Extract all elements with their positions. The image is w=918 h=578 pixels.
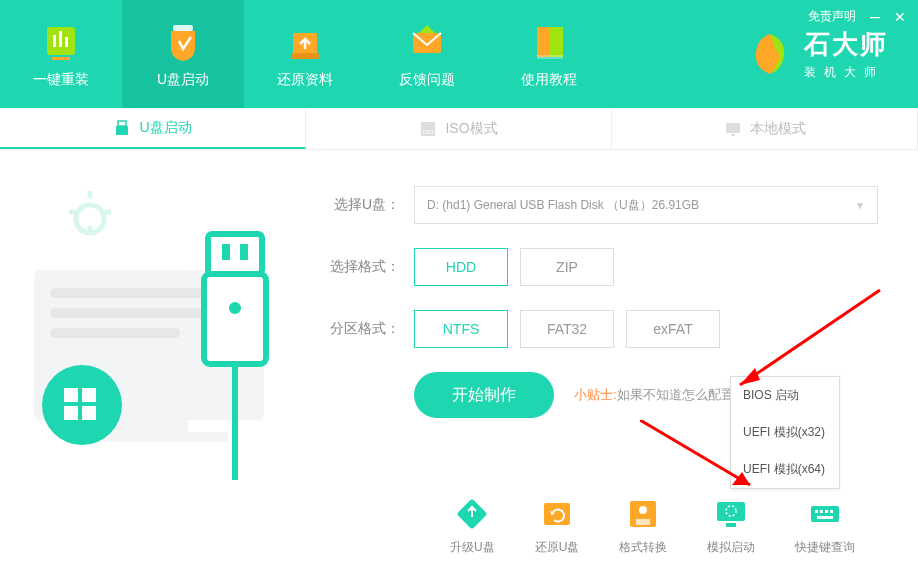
nav-reinstall-label: 一键重装 (33, 71, 89, 89)
svg-rect-4 (52, 57, 70, 60)
svg-rect-25 (64, 388, 78, 402)
svg-point-24 (42, 365, 122, 445)
svg-rect-11 (537, 55, 563, 59)
tool-simulate-label: 模拟启动 (707, 539, 755, 556)
svg-rect-16 (726, 123, 740, 133)
tip-text: 小贴士:如果不知道怎么配置 (574, 386, 734, 404)
svg-rect-51 (825, 510, 828, 513)
usb-icon (113, 119, 131, 137)
svg-rect-29 (208, 234, 262, 274)
decoration-area (0, 150, 310, 578)
svg-rect-21 (50, 328, 180, 338)
tab-local-label: 本地模式 (750, 120, 806, 138)
shield-icon (161, 19, 205, 63)
format-zip[interactable]: ZIP (520, 248, 614, 286)
tab-local[interactable]: 本地模式 (612, 108, 918, 149)
svg-rect-28 (82, 406, 96, 420)
svg-rect-13 (116, 126, 128, 135)
svg-rect-50 (820, 510, 823, 513)
chevron-down-icon: ▼ (855, 200, 865, 211)
bars-icon (39, 19, 83, 63)
svg-rect-43 (636, 519, 650, 525)
partition-ntfs[interactable]: NTFS (414, 310, 508, 348)
minimize-button[interactable]: – (870, 6, 880, 27)
svg-rect-1 (53, 35, 56, 47)
logo-icon (746, 30, 794, 78)
svg-rect-12 (118, 121, 126, 126)
mail-icon (405, 19, 449, 63)
tab-usb-label: U盘启动 (139, 119, 191, 137)
svg-rect-45 (717, 502, 745, 521)
logo-title: 石大师 (804, 27, 888, 62)
svg-rect-26 (82, 388, 96, 402)
svg-point-44 (639, 506, 647, 514)
nav-tutorial[interactable]: 使用教程 (488, 0, 610, 108)
keyboard-icon (808, 497, 842, 531)
tool-simulate[interactable]: 模拟启动 (707, 497, 755, 556)
svg-rect-5 (173, 25, 193, 31)
svg-rect-27 (64, 406, 78, 420)
nav-feedback-label: 反馈问题 (399, 71, 455, 89)
partition-fat32[interactable]: FAT32 (520, 310, 614, 348)
nav-tutorial-label: 使用教程 (521, 71, 577, 89)
start-button[interactable]: 开始制作 (414, 372, 554, 418)
nav-feedback[interactable]: 反馈问题 (366, 0, 488, 108)
svg-rect-7 (291, 53, 319, 59)
upload-box-icon (283, 19, 327, 63)
tab-usb-boot[interactable]: U盘启动 (0, 108, 306, 149)
svg-rect-10 (549, 27, 563, 57)
svg-rect-34 (240, 244, 248, 260)
menu-uefi32[interactable]: UEFI 模拟(x32) (731, 414, 839, 451)
book-icon (527, 19, 571, 63)
nav-usb[interactable]: U盘启动 (122, 0, 244, 108)
upgrade-icon (455, 497, 489, 531)
svg-rect-46 (726, 523, 736, 527)
svg-rect-30 (204, 274, 266, 364)
svg-text:ISO: ISO (423, 129, 434, 135)
svg-rect-9 (537, 27, 551, 57)
format-hdd[interactable]: HDD (414, 248, 508, 286)
tool-restore-label: 还原U盘 (535, 539, 580, 556)
disk-value: D: (hd1) General USB Flash Disk （U盘）26.9… (427, 197, 699, 214)
nav-restore-label: 还原资料 (277, 71, 333, 89)
iso-icon: ISO (419, 120, 437, 138)
svg-point-31 (229, 302, 241, 314)
tool-restore[interactable]: 还原U盘 (535, 497, 580, 556)
nav-usb-label: U盘启动 (157, 71, 209, 89)
svg-rect-22 (110, 420, 188, 432)
nav-reinstall[interactable]: 一键重装 (0, 0, 122, 108)
svg-rect-17 (731, 134, 735, 136)
logo-subtitle: 装机大师 (804, 64, 888, 81)
simulate-icon (714, 497, 748, 531)
menu-uefi64[interactable]: UEFI 模拟(x64) (731, 451, 839, 488)
tool-convert-label: 格式转换 (619, 539, 667, 556)
menu-bios[interactable]: BIOS 启动 (731, 377, 839, 414)
close-button[interactable]: ✕ (894, 9, 906, 25)
tool-hotkey[interactable]: 快捷键查询 (795, 497, 855, 556)
monitor-icon (724, 120, 742, 138)
restore-icon (540, 497, 574, 531)
disk-label: 选择U盘： (320, 196, 400, 214)
svg-rect-49 (815, 510, 818, 513)
disclaimer-link[interactable]: 免责声明 (808, 8, 856, 25)
nav-restore[interactable]: 还原资料 (244, 0, 366, 108)
svg-rect-33 (222, 244, 230, 260)
tool-upgrade-label: 升级U盘 (450, 539, 495, 556)
partition-label: 分区格式： (320, 320, 400, 338)
svg-rect-48 (811, 506, 839, 522)
disk-select[interactable]: D: (hd1) General USB Flash Disk （U盘）26.9… (414, 186, 878, 224)
tab-iso-label: ISO模式 (445, 120, 497, 138)
format-label: 选择格式： (320, 258, 400, 276)
svg-rect-2 (59, 31, 62, 47)
convert-icon (626, 497, 660, 531)
tab-iso[interactable]: ISO ISO模式 (306, 108, 612, 149)
simulate-menu: BIOS 启动 UEFI 模拟(x32) UEFI 模拟(x64) (730, 376, 840, 489)
svg-rect-52 (830, 510, 833, 513)
svg-rect-3 (65, 37, 68, 47)
tool-hotkey-label: 快捷键查询 (795, 539, 855, 556)
tool-convert[interactable]: 格式转换 (619, 497, 667, 556)
partition-exfat[interactable]: exFAT (626, 310, 720, 348)
tool-upgrade[interactable]: 升级U盘 (450, 497, 495, 556)
svg-rect-53 (817, 516, 833, 519)
